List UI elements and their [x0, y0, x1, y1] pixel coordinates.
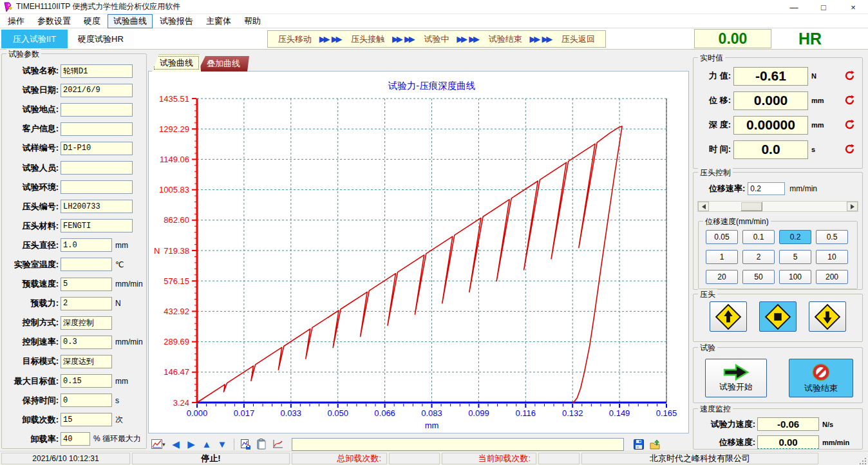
realtime-row: 位 移:0.000mm [693, 88, 862, 113]
speed-button-0.1[interactable]: 0.1 [742, 230, 775, 244]
speed-button-0.2[interactable]: 0.2 [779, 230, 811, 244]
diamond-up-icon [715, 303, 742, 330]
svg-text:0.050: 0.050 [327, 408, 348, 418]
chart-save-icon [241, 439, 251, 450]
curve-view-button[interactable] [271, 437, 285, 451]
speed-button-100[interactable]: 100 [779, 270, 811, 284]
indenter-down-button[interactable] [809, 301, 846, 332]
speed-button-0.5[interactable]: 0.5 [816, 230, 848, 244]
param-input[interactable] [61, 258, 112, 271]
indenter-up-button[interactable] [710, 301, 747, 332]
status-current-unload-value [538, 453, 580, 464]
save-chart-button[interactable] [240, 437, 252, 451]
chart-options-button[interactable]: ▾ [150, 437, 167, 451]
refresh-button[interactable] [844, 144, 856, 155]
speed-button-2[interactable]: 2 [742, 250, 775, 264]
svg-text:289.69: 289.69 [164, 337, 189, 346]
param-label: 试验名称: [2, 65, 59, 77]
scrollbar-left-button[interactable] [698, 202, 709, 211]
svg-text:432.92: 432.92 [164, 307, 189, 316]
copy-clipboard-button[interactable] [256, 437, 268, 451]
realtime-label: 力 值: [697, 70, 731, 82]
scrollbar-right-button[interactable] [847, 202, 858, 211]
realtime-unit: mm [811, 121, 833, 129]
param-row: 试验名称: [2, 61, 146, 81]
speed-button-20[interactable]: 20 [706, 270, 738, 284]
refresh-button[interactable] [844, 95, 856, 106]
param-input[interactable] [61, 103, 133, 117]
test-stop-button[interactable]: 试验结束 [789, 359, 853, 397]
pan-right-button[interactable]: ▶ [185, 439, 198, 450]
speed-button-0.05[interactable]: 0.05 [706, 230, 738, 244]
svg-text:1149.06: 1149.06 [160, 155, 189, 164]
param-unit: mm [115, 241, 128, 250]
pan-down-button[interactable]: ▼ [216, 439, 229, 450]
menu-item-parameter-settings[interactable]: 参数设置 [32, 14, 77, 28]
resize-grip[interactable] [858, 456, 867, 465]
speed-button-10[interactable]: 10 [816, 250, 848, 264]
tab-overlay-curve[interactable]: 叠加曲线 [198, 56, 249, 71]
realtime-value-display: 0.000 [733, 91, 808, 110]
speed-button-5[interactable]: 5 [779, 250, 811, 264]
export-button[interactable] [648, 437, 661, 451]
menu-item-main-window[interactable]: 主窗体 [200, 14, 237, 28]
speed-button-50[interactable]: 50 [742, 270, 775, 284]
param-input[interactable] [61, 200, 133, 213]
chart-message-input[interactable] [292, 438, 624, 451]
step-testing: 试验中 [424, 33, 449, 45]
param-input[interactable] [61, 394, 112, 407]
curve-icon [272, 439, 283, 449]
param-input[interactable] [61, 413, 112, 426]
param-input[interactable] [61, 84, 133, 97]
param-label: 卸载次数: [2, 414, 59, 426]
param-input[interactable] [61, 64, 133, 78]
displacement-rate-input[interactable] [748, 182, 785, 195]
param-label: 控制速率: [2, 336, 59, 348]
maximize-button[interactable]: □ [809, 0, 838, 14]
menu-item-operation[interactable]: 操作 [2, 14, 30, 28]
param-label: 试验地点: [2, 104, 59, 115]
indenter-stop-button[interactable] [759, 301, 797, 332]
close-button[interactable]: × [838, 0, 868, 14]
param-row: 控制速率:mm/min [2, 332, 146, 352]
param-input[interactable] [61, 142, 133, 155]
param-label: 卸载率: [2, 433, 59, 445]
param-row: 最大目标值:mm [2, 372, 146, 391]
param-input[interactable] [61, 122, 133, 136]
pan-left-button[interactable]: ◀ [170, 439, 182, 450]
scrollbar-thumb[interactable] [741, 202, 762, 211]
param-input[interactable] [61, 180, 133, 194]
svg-text:719.38: 719.38 [164, 246, 189, 256]
param-label: 最大目标值: [2, 375, 59, 387]
menu-item-help[interactable]: 帮助 [238, 14, 267, 28]
menu-item-test-report[interactable]: 试验报告 [154, 14, 199, 28]
param-input[interactable] [61, 432, 90, 446]
refresh-button[interactable] [844, 119, 856, 131]
param-input[interactable] [61, 355, 112, 368]
speed-button-200[interactable]: 200 [816, 270, 848, 284]
realtime-row: 深 度:0.00000mm [693, 113, 862, 137]
minimize-button[interactable]: — [779, 0, 809, 14]
refresh-icon [844, 119, 855, 130]
param-input[interactable] [61, 297, 112, 310]
test-start-button[interactable]: 试验开始 [705, 359, 767, 397]
tab-indentation-test-iit[interactable]: 压入试验IIT [1, 30, 68, 48]
param-input[interactable] [61, 374, 112, 388]
param-input[interactable] [61, 238, 112, 252]
speed-button-1[interactable]: 1 [706, 250, 738, 264]
pan-up-button[interactable]: ▲ [201, 439, 213, 450]
menu-item-hardness[interactable]: 硬度 [78, 14, 106, 28]
tab-test-curve[interactable]: 试验曲线 [152, 54, 201, 71]
refresh-button[interactable] [844, 70, 856, 82]
menu-item-test-curve[interactable]: 试验曲线 [108, 14, 153, 28]
speed-scrollbar[interactable] [697, 201, 858, 212]
param-input[interactable] [61, 336, 112, 349]
svg-text:146.47: 146.47 [164, 367, 189, 377]
save-data-button[interactable]: n [632, 437, 645, 451]
param-input[interactable] [61, 316, 112, 330]
tab-hardness-test-hr[interactable]: 硬度试验HR [68, 30, 134, 48]
param-input[interactable] [61, 219, 133, 232]
svg-text:0.132: 0.132 [562, 408, 583, 418]
param-input[interactable] [61, 161, 133, 175]
param-input[interactable] [61, 278, 112, 291]
